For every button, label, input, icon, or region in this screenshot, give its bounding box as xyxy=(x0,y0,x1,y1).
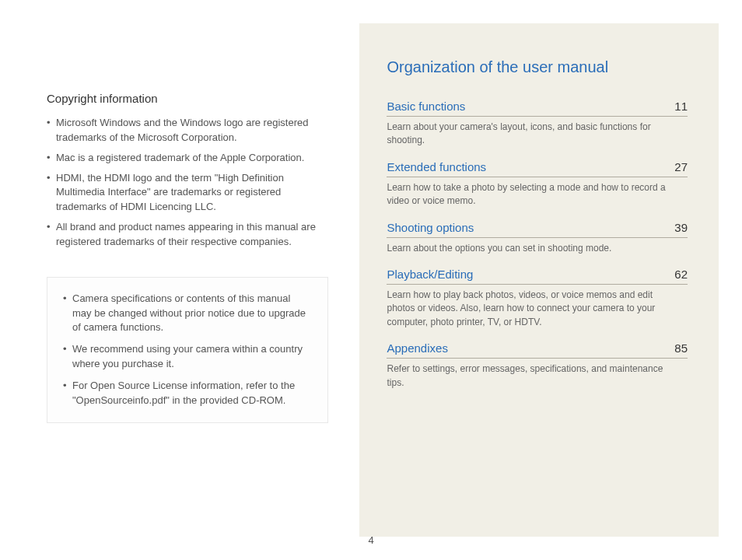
left-column: Copyright information Microsoft Windows … xyxy=(0,0,359,560)
toc-page-number: 27 xyxy=(674,160,688,173)
toc-page-number: 62 xyxy=(674,268,688,281)
toc-row: Extended functions 27 xyxy=(387,160,688,177)
toc-title[interactable]: Shooting options xyxy=(387,221,474,234)
toc-description: Learn how to play back photos, videos, o… xyxy=(387,289,667,329)
toc-row: Shooting options 39 xyxy=(387,221,688,238)
toc-description: Learn about the options you can set in s… xyxy=(387,242,667,255)
toc-page-number: 85 xyxy=(674,341,688,355)
note-box: Camera specifications or contents of thi… xyxy=(47,277,328,423)
copyright-bullet: HDMI, the HDMI logo and the term "High D… xyxy=(47,171,328,215)
copyright-bullet: All brand and product names appearing in… xyxy=(47,220,328,250)
toc-title[interactable]: Appendixes xyxy=(387,341,447,355)
toc-entry-playback-editing: Playback/Editing 62 Learn how to play ba… xyxy=(387,268,688,329)
document-page: Copyright information Microsoft Windows … xyxy=(0,0,742,560)
note-bullet-list: Camera specifications or contents of thi… xyxy=(63,292,312,408)
toc-row: Basic functions 11 xyxy=(387,100,688,117)
toc-description: Refer to settings, error messages, speci… xyxy=(387,362,667,390)
note-bullet: For Open Source License information, ref… xyxy=(63,379,312,408)
right-column: Organization of the user manual Basic fu… xyxy=(359,23,719,537)
toc-row: Playback/Editing 62 xyxy=(387,268,688,285)
toc-entry-extended-functions: Extended functions 27 Learn how to take … xyxy=(387,160,688,208)
organization-heading: Organization of the user manual xyxy=(387,58,688,76)
copyright-heading: Copyright information xyxy=(47,92,328,105)
toc-title[interactable]: Extended functions xyxy=(387,160,486,173)
toc-title[interactable]: Basic functions xyxy=(387,100,465,113)
note-bullet: Camera specifications or contents of thi… xyxy=(63,292,312,336)
toc-description: Learn about your camera's layout, icons,… xyxy=(387,121,667,148)
toc-entry-shooting-options: Shooting options 39 Learn about the opti… xyxy=(387,221,688,255)
toc-page-number: 39 xyxy=(674,221,688,234)
copyright-bullet-list: Microsoft Windows and the Windows logo a… xyxy=(47,116,328,250)
toc-title[interactable]: Playback/Editing xyxy=(387,268,473,281)
toc-entry-appendixes: Appendixes 85 Refer to settings, error m… xyxy=(387,341,688,390)
copyright-bullet: Microsoft Windows and the Windows logo a… xyxy=(47,116,328,145)
page-number: 4 xyxy=(368,534,373,546)
note-bullet: We recommend using your camera within a … xyxy=(63,342,312,372)
toc-entry-basic-functions: Basic functions 11 Learn about your came… xyxy=(387,100,688,148)
copyright-bullet: Mac is a registered trademark of the App… xyxy=(47,151,328,166)
toc-row: Appendixes 85 xyxy=(387,341,688,359)
toc-description: Learn how to take a photo by selecting a… xyxy=(387,181,667,208)
toc-page-number: 11 xyxy=(674,100,688,113)
